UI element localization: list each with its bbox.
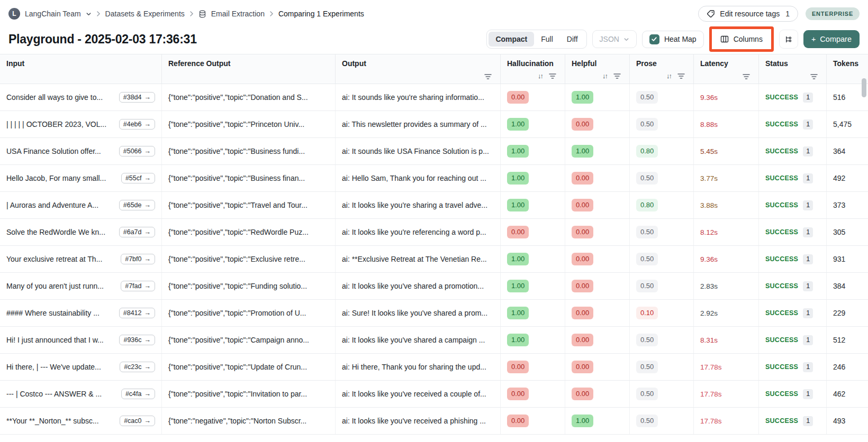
input-cell: | | | | | OCTOBER 2023, VOL...#4eb6→ bbox=[0, 111, 162, 137]
helpful-score-badge: 1.00 bbox=[572, 145, 593, 158]
heat-map-checkbox[interactable] bbox=[649, 34, 659, 44]
compare-button[interactable]: + Compare bbox=[803, 30, 860, 48]
arrow-right-icon: → bbox=[144, 417, 151, 425]
reference-output-text: {"tone":"positive","topic":"Promotion of… bbox=[168, 309, 306, 317]
example-id-chip[interactable]: #6a7d→ bbox=[119, 227, 155, 237]
filter-icon[interactable] bbox=[613, 73, 621, 79]
sort-icon[interactable]: ↓↑ bbox=[666, 72, 671, 80]
breadcrumb-separator-icon bbox=[269, 11, 274, 17]
input-cell: Hi! I just announced that I w...#936c→ bbox=[0, 327, 162, 353]
example-id-chip[interactable]: #55cf→ bbox=[121, 173, 155, 183]
reference-output-cell: {"tone":"positive","topic":"Promotion of… bbox=[162, 300, 336, 326]
latency-cell: 17.78s bbox=[694, 354, 759, 380]
status-cell: SUCCESS1 bbox=[759, 84, 827, 111]
reference-output-cell: {"tone":"positive","topic":"Princeton Un… bbox=[162, 111, 336, 137]
table-body: Consider all ways to give to...#38d4→{"t… bbox=[0, 84, 868, 435]
table-row[interactable]: Many of you aren't just runn...#7fad→{"t… bbox=[0, 273, 868, 300]
example-id: #38d4 bbox=[123, 94, 142, 101]
breadcrumb-section[interactable]: Datasets & Experiments bbox=[105, 10, 185, 18]
table-row[interactable]: Consider all ways to give to...#38d4→{"t… bbox=[0, 84, 868, 111]
breadcrumb-dataset[interactable]: Email Extraction bbox=[211, 10, 265, 18]
reference-output-cell: {"tone":"positive","topic":"Update of Cr… bbox=[162, 354, 336, 380]
status-badge: SUCCESS bbox=[765, 201, 798, 209]
filter-icon[interactable] bbox=[810, 73, 818, 80]
columns-button[interactable]: Columns bbox=[713, 31, 770, 48]
table-row[interactable]: Hi there, | --- We've update...#c23c→{"t… bbox=[0, 354, 868, 381]
example-id-chip[interactable]: #936c→ bbox=[119, 335, 155, 345]
example-id-chip[interactable]: #38d4→ bbox=[119, 92, 155, 103]
table-row[interactable]: #### Where sustainability ...#8412→{"ton… bbox=[0, 300, 868, 327]
table-row[interactable]: --- | Costco --- ANSWER & ...#c4fa→{"ton… bbox=[0, 381, 868, 408]
filter-icon[interactable] bbox=[484, 73, 492, 80]
table-row[interactable]: **Your **_Norton_** subsc...#cac0→{"tone… bbox=[0, 408, 868, 435]
example-id-chip[interactable]: #7fad→ bbox=[121, 281, 155, 291]
view-mode-full[interactable]: Full bbox=[534, 32, 560, 47]
prose-score-badge: 0.50 bbox=[636, 415, 658, 427]
heat-map-toggle[interactable]: Heat Map bbox=[642, 31, 704, 48]
columns-icon bbox=[720, 35, 729, 43]
example-id-chip[interactable]: #cac0→ bbox=[120, 416, 155, 426]
column-header-input: Input bbox=[0, 54, 162, 84]
hallucination-cell: 0.00 bbox=[501, 354, 565, 380]
table-row[interactable]: | | | | | OCTOBER 2023, VOL...#4eb6→{"to… bbox=[0, 111, 868, 138]
status-badge: SUCCESS bbox=[765, 255, 798, 263]
example-id-chip[interactable]: #5066→ bbox=[119, 146, 155, 156]
tokens-cell: 462 bbox=[827, 381, 868, 407]
edit-resource-tags-label: Edit resource tags bbox=[720, 10, 780, 18]
output-text: ai: It looks like you're sharing a trave… bbox=[342, 201, 487, 209]
arrow-right-icon: → bbox=[144, 148, 151, 155]
table-row[interactable]: Solve the RedWordle We kn...#6a7d→{"tone… bbox=[0, 219, 868, 246]
input-text: USA Finance Solution offer... bbox=[6, 147, 101, 155]
column-label: Hallucination bbox=[507, 59, 558, 68]
example-id-chip[interactable]: #8412→ bbox=[119, 308, 155, 318]
example-id-chip[interactable]: #c4fa→ bbox=[121, 389, 155, 399]
input-text: Hi there, | --- We've update... bbox=[6, 363, 101, 371]
latency-cell: 17.78s bbox=[694, 408, 759, 434]
toolbar: Compact Full Diff JSON Heat Map bbox=[486, 26, 860, 52]
input-text: Consider all ways to give to... bbox=[6, 93, 103, 102]
compare-view-button[interactable] bbox=[779, 30, 798, 49]
tokens-value: 305 bbox=[833, 228, 845, 236]
latency-cell: 2.92s bbox=[694, 300, 759, 326]
output-text: ai: Hello Sam, Thank you for reaching ou… bbox=[342, 174, 486, 182]
format-select[interactable]: JSON bbox=[592, 30, 637, 48]
input-text: | Auroras and Adventure A... bbox=[6, 201, 98, 209]
table-row[interactable]: USA Finance Solution offer...#5066→{"ton… bbox=[0, 138, 868, 165]
breadcrumb: L LangChain Team Datasets & Experiments … bbox=[8, 8, 364, 20]
breadcrumb-separator-icon bbox=[96, 11, 101, 17]
edit-resource-tags-button[interactable]: Edit resource tags 1 bbox=[698, 6, 798, 22]
example-id-chip[interactable]: #c23c→ bbox=[120, 362, 155, 372]
chevron-down-icon[interactable] bbox=[86, 11, 92, 17]
example-id-chip[interactable]: #4eb6→ bbox=[119, 119, 155, 130]
latency-cell: 2.83s bbox=[694, 273, 759, 299]
table-row[interactable]: Hello Jacob, For many small...#55cf→{"to… bbox=[0, 165, 868, 192]
helpful-cell: 0.00 bbox=[565, 111, 630, 137]
hallucination-cell: 0.00 bbox=[501, 408, 565, 434]
input-cell: | Auroras and Adventure A...#65de→ bbox=[0, 192, 162, 218]
helpful-cell: 0.00 bbox=[565, 354, 630, 380]
prose-score-badge: 0.50 bbox=[636, 253, 658, 265]
column-label: Status bbox=[765, 59, 820, 68]
input-text: Many of you aren't just runn... bbox=[6, 282, 104, 290]
filter-icon[interactable] bbox=[549, 73, 556, 79]
filter-icon[interactable] bbox=[743, 73, 750, 80]
reference-output-cell: {"tone":"positive","topic":"Funding solu… bbox=[162, 273, 336, 299]
arrow-right-icon: → bbox=[144, 201, 151, 209]
hallucination-score-badge: 0.00 bbox=[507, 91, 529, 104]
sort-icon[interactable]: ↓↑ bbox=[602, 72, 607, 80]
breadcrumb-team[interactable]: LangChain Team bbox=[25, 10, 81, 18]
view-mode-compact[interactable]: Compact bbox=[489, 32, 534, 47]
table-row[interactable]: Your exclusive retreat at Th...#7bf0→{"t… bbox=[0, 246, 868, 273]
table-row[interactable]: | Auroras and Adventure A...#65de→{"tone… bbox=[0, 192, 868, 219]
example-id-chip[interactable]: #65de→ bbox=[119, 200, 155, 210]
table-row[interactable]: Hi! I just announced that I w...#936c→{"… bbox=[0, 327, 868, 354]
filter-icon[interactable] bbox=[677, 73, 685, 79]
view-mode-diff[interactable]: Diff bbox=[560, 32, 585, 47]
latency-value: 17.78s bbox=[700, 363, 722, 371]
team-avatar[interactable]: L bbox=[8, 8, 20, 20]
sort-icon[interactable]: ↓↑ bbox=[538, 72, 542, 80]
vertical-scrollbar[interactable] bbox=[862, 78, 866, 97]
reference-output-text: {"tone":"positive","topic":"Travel and T… bbox=[168, 201, 308, 209]
example-id-chip[interactable]: #7bf0→ bbox=[121, 254, 155, 264]
latency-cell: 3.88s bbox=[694, 192, 759, 218]
